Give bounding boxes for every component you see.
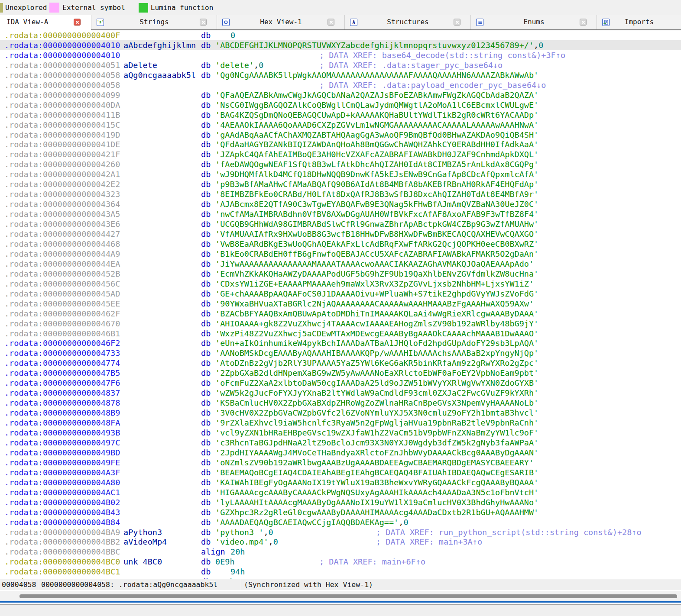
row-operand: '9rZXlaEXhvcl9iaW5hcnlfc3RyaW5n2gFpWglja… bbox=[215, 418, 538, 428]
close-icon[interactable] bbox=[328, 19, 334, 26]
row-name: aVideoMp4 bbox=[123, 537, 167, 547]
listing-row[interactable]: .rodata:000000000000452Bdb'EcmVhZKkAKQHa… bbox=[0, 269, 681, 279]
listing-row[interactable]: .rodata:00000000000044EAdb'JiYwAAAAAAAAA… bbox=[0, 259, 681, 269]
listing-row[interactable]: .rodata:00000000000045ADdb'GE+chAAAABpAA… bbox=[0, 289, 681, 299]
listing-row[interactable]: .rodata:0000000000004B84db'AAAADAEQAQgBC… bbox=[0, 517, 681, 527]
row-operand: 'GE+chAAAABpAAQAAFoCS0J1DAAAAOivu+WPluaW… bbox=[215, 289, 538, 299]
close-icon[interactable] bbox=[580, 19, 587, 26]
listing-row[interactable]: .rodata:0000000000004A3Fdb'BEAEMAQoBCgEI… bbox=[0, 468, 681, 477]
row-operand: '90YWxaBHVuaXTaBGRlc2NjAQAAAAAAAACAAAAAw… bbox=[215, 299, 534, 309]
row-keyword: db bbox=[201, 30, 211, 40]
listing-row[interactable]: .rodata:00000000000043A5db'nwCfAMaAIMBRA… bbox=[0, 209, 681, 219]
listing-row[interactable]: .rodata:0000000000004010; DATA XREF: bas… bbox=[0, 50, 681, 60]
row-operand: 0E9h bbox=[215, 557, 235, 567]
row-address: .rodata:00000000000045AD bbox=[4, 289, 120, 299]
listing-row[interactable]: .rodata:000000000000462Fdb'BZACbBFYAAQBx… bbox=[0, 309, 681, 319]
row-operand: '2JpdHIYAAAAWgJ4MVoCeTHaBndyaXRlctoFZnJh… bbox=[215, 448, 538, 458]
listing-row[interactable]: .rodata:00000000000046F2db'eUn+aIkOinhum… bbox=[0, 338, 681, 348]
row-keyword: db bbox=[201, 249, 211, 259]
listing-row[interactable]: .rodata:0000000000004BC1db94h bbox=[0, 567, 681, 577]
row-address: .rodata:000000000000493B bbox=[4, 428, 120, 438]
listing-row[interactable]: .rodata:000000000000421Fdb'JZApkC4QAfAhE… bbox=[0, 149, 681, 159]
tab-structures[interactable]: A Structures bbox=[344, 15, 471, 29]
listing-row[interactable]: .rodata:0000000000004A80db'KAIWAhIBEgFyO… bbox=[0, 477, 681, 487]
listing-row[interactable]: .rodata:0000000000004058aQg0ncgaaaabk5ld… bbox=[0, 70, 681, 80]
row-xref-comment: ; DATA XREF: main+6F↑o bbox=[319, 557, 425, 567]
row-operand: 'video.mp4',0 bbox=[215, 537, 278, 547]
listing-row[interactable]: .rodata:0000000000004BA9aPython3db'pytho… bbox=[0, 527, 681, 537]
listing-row[interactable]: .rodata:0000000000004323db'8EIMBZBFkEo0C… bbox=[0, 189, 681, 199]
listing-row[interactable]: .rodata:0000000000004774db'AtoDZnBz2gVjb… bbox=[0, 358, 681, 368]
row-xref-comment: ; DATA XREF: run_python_script(std::stri… bbox=[376, 527, 642, 537]
row-address: .rodata:0000000000004B02 bbox=[4, 497, 120, 507]
listing-row[interactable]: .rodata:00000000000047B5db'2ZpbGXaB2dldH… bbox=[0, 368, 681, 378]
close-icon[interactable] bbox=[200, 19, 207, 26]
row-keyword: db bbox=[201, 368, 211, 378]
listing-row[interactable]: .rodata:00000000000046B1db'WxzPi48Z2VuZX… bbox=[0, 329, 681, 339]
listing-row[interactable]: .rodata:0000000000004051aDeletedb'delete… bbox=[0, 60, 681, 70]
listing-row[interactable]: .rodata:0000000000004AC1db'HIGAAAAcgcAAA… bbox=[0, 487, 681, 497]
listing-row[interactable]: .rodata:00000000000044A9db'B1kEo0CRABdEH… bbox=[0, 249, 681, 259]
listing-row[interactable]: .rodata:00000000000043E6db'UCGQB9GHhWdA9… bbox=[0, 219, 681, 229]
row-keyword: db bbox=[201, 110, 211, 120]
listing-row[interactable]: .rodata:0000000000004058; DATA XREF: .da… bbox=[0, 80, 681, 90]
listing-row[interactable]: .rodata:0000000000004BC0unk_4BC0db0E9h; … bbox=[0, 557, 681, 567]
listing-row[interactable]: .rodata:00000000000041DEdb'QFdAaHAGYBZAN… bbox=[0, 139, 681, 149]
listing-row[interactable]: .rodata:0000000000004427db'VfAMUAAIAfRx9… bbox=[0, 229, 681, 239]
listing-row[interactable]: .rodata:000000000000400Fdb0 bbox=[0, 30, 681, 40]
tab-enums[interactable]: Enums bbox=[470, 15, 597, 29]
listing-row[interactable]: .rodata:000000000000456Cdb'CDxsYW1iZGE+E… bbox=[0, 279, 681, 289]
row-keyword: db bbox=[201, 309, 211, 319]
row-address: .rodata:00000000000042A1 bbox=[4, 169, 120, 179]
close-icon[interactable] bbox=[454, 19, 460, 26]
listing-row[interactable]: .rodata:000000000000415Cdb'4AEAAOkIAAAA6… bbox=[0, 120, 681, 130]
listing-row[interactable]: .rodata:0000000000004733db'AANoBMSkDcgEA… bbox=[0, 348, 681, 358]
row-operand: 'BEAEMAQoBCgEIAQ4CDAIEAhABEgIEAhgBCAEQAQ… bbox=[215, 468, 538, 477]
listing-row[interactable]: .rodata:00000000000048B9db'3V0cHV0X2ZpbG… bbox=[0, 408, 681, 418]
row-keyword: db bbox=[201, 279, 211, 289]
listing-row[interactable]: .rodata:00000000000042E2db'p9B3wBfAMaAHw… bbox=[0, 179, 681, 189]
listing-row[interactable]: .rodata:0000000000004260db'fAeDAWQOgwNEA… bbox=[0, 159, 681, 169]
listing-row[interactable]: .rodata:00000000000040DAdb'NsCG0IWggBAGQ… bbox=[0, 100, 681, 110]
listing-row[interactable]: .rodata:0000000000004B02db'lyLAAAAHItAAA… bbox=[0, 497, 681, 507]
row-address: .rodata:000000000000452B bbox=[4, 269, 120, 279]
row-operand: 'wZW5k2gJucFoFYXJyYXnaB2ltYWdlaW9aCmdldF… bbox=[215, 388, 538, 398]
row-address: .rodata:00000000000041DE bbox=[4, 139, 120, 149]
row-address: .rodata:00000000000044A9 bbox=[4, 249, 120, 259]
listing-row[interactable]: .rodata:0000000000004468db'VwB8EaARdBKgE… bbox=[0, 239, 681, 249]
tab-ida-view-a[interactable]: IDA View-A bbox=[0, 15, 91, 30]
listing-row[interactable]: .rodata:00000000000042A1db'wJ9DHQMfAlkD4… bbox=[0, 169, 681, 179]
row-address: .rodata:00000000000049BD bbox=[4, 448, 120, 458]
listing-row[interactable]: .rodata:00000000000048FAdb'9rZXlaEXhvcl9… bbox=[0, 418, 681, 428]
horizontal-scrollbar-thumb[interactable] bbox=[19, 594, 677, 598]
listing-row[interactable]: .rodata:000000000000411Bdb'BAG4KZQSgDmQN… bbox=[0, 110, 681, 120]
listing-row[interactable]: .rodata:0000000000004878db'KSBaCmlucHV0X… bbox=[0, 398, 681, 408]
listing-row[interactable]: .rodata:0000000000004364db'AJABcmx8E2QTf… bbox=[0, 199, 681, 209]
horizontal-scrollbar[interactable] bbox=[0, 590, 681, 601]
listing-row[interactable]: .rodata:000000000000419Ddb'gAAdABqAaACfA… bbox=[0, 130, 681, 140]
listing-row[interactable]: .rodata:000000000000497Cdb'c3RhcnTaBGJpd… bbox=[0, 438, 681, 448]
listing-row[interactable]: .rodata:00000000000045EEdb'90YWxaBHVuaXT… bbox=[0, 299, 681, 309]
listing-row[interactable]: .rodata:0000000000004BB2aVideoMp4db'vide… bbox=[0, 537, 681, 547]
listing-row[interactable]: .rodata:0000000000004670db'AHIOAAAA+gk8Z… bbox=[0, 319, 681, 329]
row-address: .rodata:00000000000046F2 bbox=[4, 338, 120, 348]
listing-row[interactable]: .rodata:00000000000047F6db'oFcmFuZ2XaA2x… bbox=[0, 378, 681, 388]
listing-row[interactable]: .rodata:0000000000004837db'wZW5k2gJucFoF… bbox=[0, 388, 681, 398]
row-keyword: db bbox=[201, 348, 211, 358]
tab-hex-view-1[interactable]: Hex View-1 bbox=[217, 15, 345, 29]
listing-row[interactable]: .rodata:0000000000004B43db'GZXhpc3Rz2gRl… bbox=[0, 507, 681, 517]
close-icon[interactable] bbox=[74, 19, 81, 26]
listing-row[interactable]: .rodata:0000000000004BBCalign20h bbox=[0, 547, 681, 557]
row-keyword: db bbox=[201, 378, 211, 388]
row-keyword: db bbox=[201, 179, 211, 189]
listing-row[interactable]: .rodata:0000000000004099db'QFaAQEAZABkAm… bbox=[0, 90, 681, 100]
row-keyword: db bbox=[201, 428, 211, 438]
listing-row[interactable]: .rodata:000000000000493Bdb'vcl9yZXN1bHRa… bbox=[0, 428, 681, 438]
listing-row[interactable]: .rodata:00000000000049FEdb'oNZmlsZV90b19… bbox=[0, 458, 681, 468]
listing-row[interactable]: .rodata:00000000000049BDdb'2JpdHIYAAAAWg… bbox=[0, 448, 681, 458]
tab-imports[interactable]: Imports bbox=[597, 15, 681, 29]
listing-row[interactable]: .rodata:0000000000004010aAbcdefghijklmnd… bbox=[0, 40, 681, 50]
tab-strings[interactable]: 's' Strings bbox=[91, 15, 217, 29]
row-keyword: db bbox=[201, 527, 211, 537]
row-operand: 'VwB8EaARdBKgE3wUoQGhAQEAkAFxLlcAdBRqFXw… bbox=[215, 239, 538, 249]
